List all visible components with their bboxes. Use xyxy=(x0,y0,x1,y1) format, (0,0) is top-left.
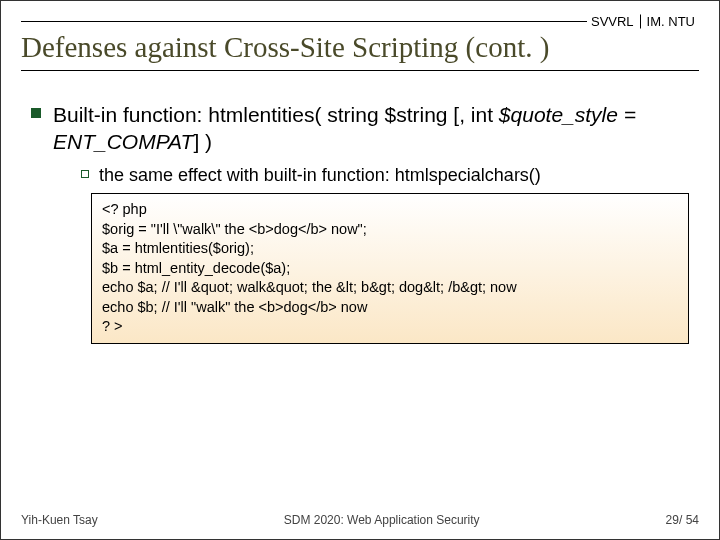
slide-footer: Yih-Kuen Tsay SDM 2020: Web Application … xyxy=(21,513,699,527)
slide-title: Defenses against Cross-Site Scripting (c… xyxy=(21,31,699,71)
footer-author: Yih-Kuen Tsay xyxy=(21,513,98,527)
footer-page-total: 54 xyxy=(686,513,699,527)
hollow-square-bullet-icon xyxy=(81,170,89,178)
bullet-level2-text: the same effect with built-in function: … xyxy=(99,164,541,187)
slide-body: Built-in function: htmlentities( string … xyxy=(31,101,689,344)
bullet1-suffix: ] ) xyxy=(193,130,212,153)
header-separator-icon xyxy=(640,14,641,28)
footer-page-current: 29 xyxy=(666,513,679,527)
footer-page: 29/ 54 xyxy=(666,513,699,527)
bullet1-prefix: Built-in function: htmlentities( string … xyxy=(53,103,499,126)
bullet-level1-text: Built-in function: htmlentities( string … xyxy=(53,101,689,156)
bullet-level1: Built-in function: htmlentities( string … xyxy=(31,101,689,156)
footer-course: SDM 2020: Web Application Security xyxy=(284,513,480,527)
header-org-left: SVVRL xyxy=(591,14,634,29)
bullet-level2: the same effect with built-in function: … xyxy=(81,164,689,187)
code-block: <? php $orig = "I'll \"walk\" the <b>dog… xyxy=(91,193,689,344)
footer-page-sep: / xyxy=(679,513,686,527)
header-org-right: IM. NTU xyxy=(647,14,695,29)
square-bullet-icon xyxy=(31,108,41,118)
slide: SVVRL IM. NTU Defenses against Cross-Sit… xyxy=(0,0,720,540)
header-right: SVVRL IM. NTU xyxy=(587,14,699,29)
